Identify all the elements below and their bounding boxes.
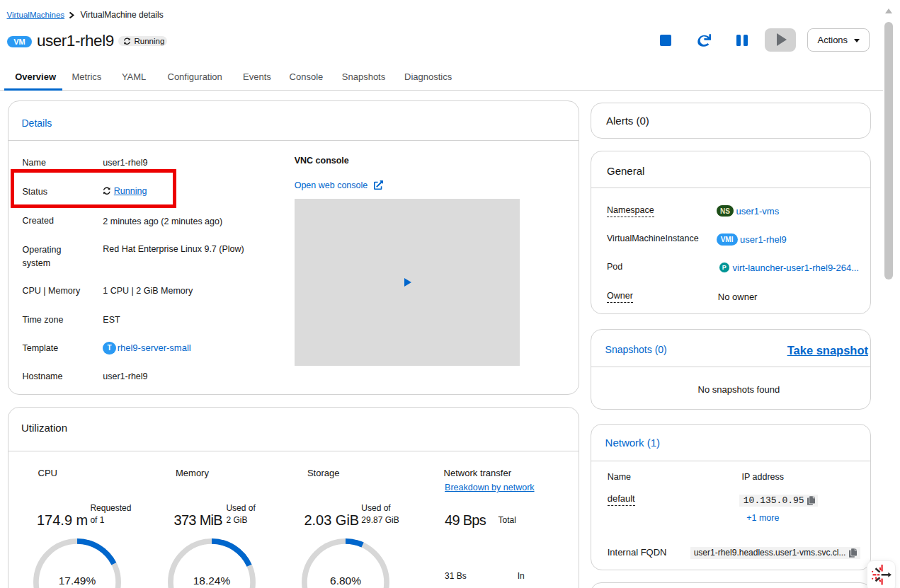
svg-text:18.24%: 18.24% [193,575,230,587]
svg-text:17.49%: 17.49% [59,575,96,587]
svg-text:6.80%: 6.80% [330,575,361,587]
